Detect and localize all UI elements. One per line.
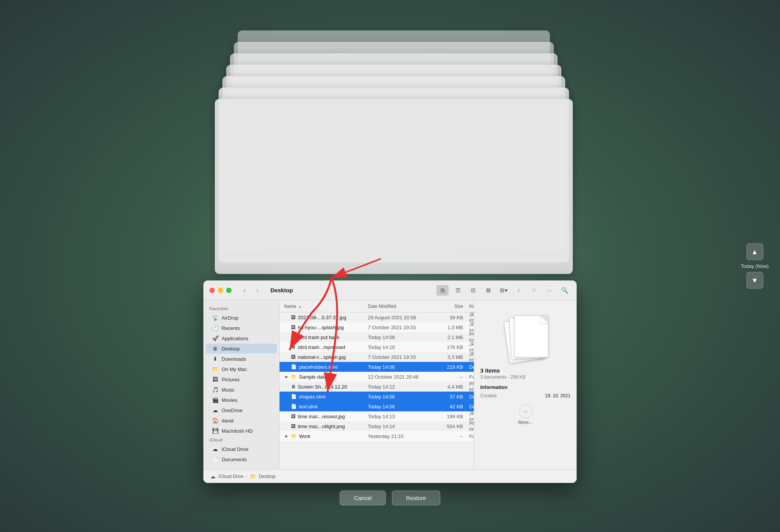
col-size-header[interactable]: Size: [433, 304, 463, 309]
created-label: Created: [480, 393, 497, 398]
table-row[interactable]: ▶ 📁 Work Yesterday 21:10 -- Folder: [280, 431, 474, 441]
sidebar-label-airdrop: AirDrop: [222, 315, 238, 321]
sidebar-item-onedrive[interactable]: ☁ OneDrive: [206, 405, 277, 415]
table-row[interactable]: 🖼national-c...splash.jpg 7 October 2021 …: [280, 352, 474, 362]
expand-icon[interactable]: ▶: [284, 434, 289, 438]
macintoshhd-icon: 💾: [212, 428, 219, 434]
restore-button[interactable]: Restore: [392, 491, 440, 505]
sidebar-label-documents: Documents: [222, 457, 247, 462]
breadcrumb-desktop[interactable]: Desktop: [259, 474, 275, 479]
sidebar-item-recents[interactable]: 🕐 Recents: [206, 323, 277, 333]
file-date: Today 14:14: [368, 424, 433, 429]
sidebar-item-onmymac[interactable]: 📁 On My Mac: [206, 364, 277, 374]
table-row[interactable]: 🖥idml trash put back Today 14:08 2,1 MB …: [280, 332, 474, 342]
file-name: 2021-08-...0.37.37.jpg: [298, 315, 346, 320]
breadcrumb-icloud[interactable]: iCloud Drive: [219, 474, 243, 479]
dialog-overlay: ‹ › Desktop ⊞ ☰ ⊟ ⊠ ⊞▾ ↑ ♢ ··· 🔍 Favorit…: [203, 280, 577, 509]
created-value: 19. 10. 2021: [545, 393, 571, 398]
sidebar-label-onmymac: On My Mac: [222, 366, 247, 372]
file-date: Today 14:13: [368, 414, 433, 419]
sidebar-item-macintoshhd[interactable]: 💾 Macintosh HD: [206, 426, 277, 436]
file-date: Today 14:06: [368, 394, 433, 400]
file-icon: 🖼: [291, 424, 296, 429]
table-row[interactable]: 🖼ho-hyou-...splash.jpg 7 October 2021 19…: [280, 322, 474, 332]
maximize-button[interactable]: [226, 288, 232, 293]
expand-icon: [284, 345, 289, 349]
sidebar-item-applications[interactable]: 🚀 Applications: [206, 333, 277, 343]
file-icon: 🖥: [291, 334, 296, 340]
sidebar-item-airdrop[interactable]: 📡 AirDrop: [206, 313, 277, 323]
file-kind: JPEG image: [463, 351, 474, 363]
icloud-breadcrumb-icon: ☁: [209, 473, 216, 479]
tag-button[interactable]: ♢: [528, 285, 540, 296]
favorites-label: Favorites: [203, 305, 279, 312]
minimize-button[interactable]: [218, 288, 223, 293]
file-icon: 🖥: [291, 384, 296, 389]
file-kind: PNG image: [463, 421, 474, 432]
expand-icon: [284, 355, 289, 359]
expand-icon[interactable]: ▶: [284, 374, 289, 379]
table-row[interactable]: ▶ 📁 Sample data 12 October 2021 20:46 --…: [280, 372, 474, 382]
search-button[interactable]: 🔍: [558, 285, 571, 296]
file-name: Sample data: [299, 374, 327, 380]
more-button[interactable]: ···: [519, 405, 532, 418]
info-section-title: Information: [480, 384, 571, 390]
file-size: 176 KB: [433, 344, 463, 350]
sidebar-item-desktop[interactable]: 🖥 Desktop: [206, 344, 277, 354]
table-row[interactable]: 🖼time mac...otlight.png Today 14:14 504 …: [280, 421, 474, 431]
table-row[interactable]: 📄text.idml Today 14:06 42 KB Document: [280, 401, 474, 411]
col-name-header[interactable]: Name ▲: [284, 304, 368, 309]
table-row[interactable]: 📄placeholders.idml Today 14:06 219 KB Do…: [280, 362, 474, 372]
preview-count: 3 items: [480, 367, 571, 374]
file-name: time mac...otlight.png: [298, 424, 345, 429]
sidebar-label-recents: Recents: [222, 325, 240, 331]
file-size: 199 KB: [433, 414, 463, 419]
file-kind: Document: [463, 404, 474, 409]
file-date: Today 14:10: [368, 344, 433, 350]
status-bar: ☁ iCloud Drive › 📁 Desktop: [203, 469, 577, 483]
sidebar-item-documents[interactable]: 📄 Documents: [206, 454, 277, 464]
cancel-button[interactable]: Cancel: [340, 491, 386, 505]
expand-icon: [284, 315, 289, 320]
sidebar-item-movies[interactable]: 🎬 Movies: [206, 395, 277, 405]
tm-up-button[interactable]: ▲: [746, 244, 763, 260]
file-kind: Document: [463, 394, 474, 400]
expand-icon: [284, 335, 289, 339]
sidebar: Favorites 📡 AirDrop 🕐 Recents 🚀 Applicat…: [203, 300, 280, 469]
view-more-button[interactable]: ⊞▾: [497, 285, 510, 296]
sidebar-item-downloads[interactable]: ⬇ Downloads: [206, 354, 277, 364]
share-button[interactable]: ↑: [513, 285, 525, 296]
file-size: 504 KB: [433, 424, 463, 429]
file-rows: 🖼2021-08-...0.37.37.jpg 29 August 2021 2…: [280, 312, 474, 469]
file-kind: PNG image: [463, 381, 474, 392]
sidebar-label-onedrive: OneDrive: [222, 408, 243, 413]
col-date-header[interactable]: Date Modified: [368, 304, 433, 309]
view-grid-button[interactable]: ⊞: [436, 285, 449, 296]
view-gallery-button[interactable]: ⊠: [482, 285, 494, 296]
sidebar-label-music: Music: [222, 387, 235, 393]
preview-doc-3: [514, 315, 548, 357]
table-row[interactable]: 📄shapes.idml Today 14:06 37 KB Document: [280, 392, 474, 401]
forward-button[interactable]: ›: [252, 285, 263, 296]
table-row[interactable]: 🖼time mac...ressed.jpg Today 14:13 199 K…: [280, 411, 474, 421]
close-button[interactable]: [209, 288, 215, 293]
sidebar-item-pictures[interactable]: 🖼 Pictures: [206, 374, 277, 384]
file-icon: 🖼: [291, 315, 296, 320]
action-more-button[interactable]: ···: [543, 285, 555, 296]
view-column-button[interactable]: ⊟: [467, 285, 479, 296]
back-button[interactable]: ‹: [239, 285, 250, 296]
table-row[interactable]: 🖥Screen Sh...t 14.12.20 Today 14:12 4,4 …: [280, 382, 474, 392]
expand-icon: [284, 325, 289, 330]
col-kind-header[interactable]: Kind: [463, 304, 474, 309]
table-row[interactable]: 🖥idml trash...mpressed Today 14:10 176 K…: [280, 342, 474, 352]
table-row[interactable]: 🖼2021-08-...0.37.37.jpg 29 August 2021 2…: [280, 312, 474, 322]
view-list-button[interactable]: ☰: [452, 285, 464, 296]
finder-window: ‹ › Desktop ⊞ ☰ ⊟ ⊠ ⊞▾ ↑ ♢ ··· 🔍 Favorit…: [203, 280, 577, 483]
sidebar-item-music[interactable]: 🎵 Music: [206, 385, 277, 395]
file-name: ho-hyou-...splash.jpg: [298, 325, 344, 330]
file-icon: 🖼: [291, 354, 296, 360]
breadcrumb-sep: ›: [246, 474, 247, 479]
tm-down-button[interactable]: ▼: [746, 272, 763, 289]
sidebar-item-david[interactable]: 🏠 david: [206, 416, 277, 425]
sidebar-item-icloud-drive[interactable]: ☁ iCloud Drive: [206, 444, 277, 454]
